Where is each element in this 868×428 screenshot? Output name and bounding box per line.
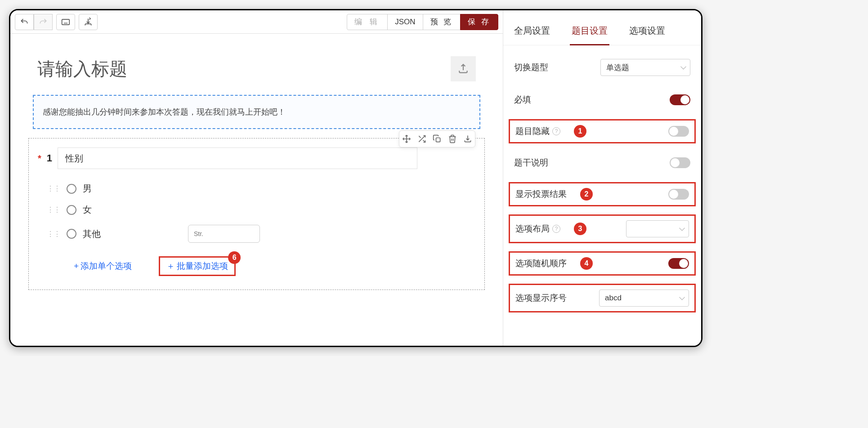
help-icon[interactable]: ? xyxy=(552,127,560,135)
vote-switch[interactable] xyxy=(668,189,689,200)
option-row: ⋮⋮ 其他 xyxy=(38,220,475,247)
survey-title[interactable]: 请输入标题 xyxy=(37,57,127,81)
svg-rect-6 xyxy=(436,138,440,142)
shuffle-button[interactable] xyxy=(416,134,427,144)
radio-icon[interactable] xyxy=(67,229,76,239)
export-button[interactable] xyxy=(462,134,473,144)
tab-option[interactable]: 选项设置 xyxy=(627,19,667,45)
redo-icon xyxy=(39,18,48,27)
tab-global[interactable]: 全局设置 xyxy=(512,19,552,45)
layout-select[interactable] xyxy=(626,220,689,237)
app-window: 编 辑 JSON 预 览 保 存 请输入标题 感谢您能抽出几分钟时间来参加本次答… xyxy=(9,9,702,347)
question-block[interactable]: * 1 ⋮⋮ 男 ⋮⋮ 女 xyxy=(28,138,485,290)
mode-preview-button[interactable]: 预 览 xyxy=(423,14,461,30)
copy-icon xyxy=(433,134,442,143)
keyboard-button[interactable] xyxy=(56,14,75,30)
option-label[interactable]: 男 xyxy=(83,183,92,195)
redo-button[interactable] xyxy=(34,14,53,30)
add-batch-label: 批量添加选项 xyxy=(177,260,228,272)
settings-body: 切换题型 单选题 必填 题目隐藏 ? 1 xyxy=(503,45,701,321)
select-value: abcd xyxy=(605,294,622,303)
move-button[interactable] xyxy=(401,134,412,144)
option-label[interactable]: 女 xyxy=(83,204,92,216)
add-single-label: 添加单个选项 xyxy=(81,260,132,272)
setting-random: 选项随机顺序 4 xyxy=(509,251,696,276)
side-panel: 全局设置 题目设置 选项设置 切换题型 单选题 必填 xyxy=(503,10,701,346)
drag-handle-icon[interactable]: ⋮⋮ xyxy=(47,205,60,214)
setting-label: 切换题型 xyxy=(514,62,548,73)
radio-icon[interactable] xyxy=(67,184,76,194)
annotation-badge: 2 xyxy=(580,188,593,201)
batch-add-highlight: ＋ 批量添加选项 6 xyxy=(159,256,236,276)
import-button[interactable] xyxy=(79,14,98,30)
main-area: 编 辑 JSON 预 览 保 存 请输入标题 感谢您能抽出几分钟时间来参加本次答… xyxy=(10,10,503,346)
svg-rect-0 xyxy=(62,19,70,25)
option-label[interactable]: 其他 xyxy=(83,228,101,240)
add-single-option-button[interactable]: + 添加单个选项 xyxy=(74,260,132,272)
toolbar-left xyxy=(15,14,98,30)
setting-numbering: 选项显示序号 5 abcd xyxy=(509,284,696,312)
question-number: 1 xyxy=(47,152,52,164)
help-icon[interactable]: ? xyxy=(552,225,560,233)
toolbar: 编 辑 JSON 预 览 保 存 xyxy=(10,10,503,34)
settings-tabs: 全局设置 题目设置 选项设置 xyxy=(503,10,701,45)
question-header: * 1 xyxy=(38,147,475,169)
required-switch[interactable] xyxy=(670,94,690,105)
annotation-badge: 6 xyxy=(228,251,241,264)
canvas: 请输入标题 感谢您能抽出几分钟时间来参加本次答题，现在我们就马上开始吧！ xyxy=(10,34,503,346)
shuffle-icon xyxy=(417,134,426,143)
mode-json-button[interactable]: JSON xyxy=(387,14,423,30)
delete-button[interactable] xyxy=(447,134,458,144)
label-text: 题目隐藏 xyxy=(515,125,550,137)
toolbar-right: 编 辑 JSON 预 览 保 存 xyxy=(347,14,498,30)
undo-button[interactable] xyxy=(15,14,34,30)
label-text: 选项布局 xyxy=(515,223,550,235)
setting-label: 显示投票结果 xyxy=(515,188,567,200)
plus-icon: + xyxy=(74,261,79,271)
keyboard-icon xyxy=(61,18,70,26)
radio-icon[interactable] xyxy=(67,205,76,215)
setting-label: 选项布局 ? xyxy=(515,223,560,235)
random-switch[interactable] xyxy=(668,258,689,269)
import-icon xyxy=(84,18,93,27)
annotation-badge: 3 xyxy=(574,223,586,235)
select-value: 单选题 xyxy=(606,62,629,73)
drag-handle-icon[interactable]: ⋮⋮ xyxy=(47,230,60,238)
question-actions xyxy=(399,130,475,147)
drag-handle-icon[interactable]: ⋮⋮ xyxy=(47,184,60,193)
upload-icon xyxy=(457,63,469,75)
setting-hide: 题目隐藏 ? 1 xyxy=(509,119,696,143)
title-row: 请输入标题 xyxy=(24,47,489,95)
survey-card: 请输入标题 感谢您能抽出几分钟时间来参加本次答题，现在我们就马上开始吧！ xyxy=(24,47,489,290)
copy-button[interactable] xyxy=(432,134,443,144)
upload-image-button[interactable] xyxy=(451,56,476,81)
add-actions: + 添加单个选项 ＋ 批量添加选项 6 xyxy=(38,247,475,281)
survey-intro[interactable]: 感谢您能抽出几分钟时间来参加本次答题，现在我们就马上开始吧！ xyxy=(33,95,480,129)
mode-save-button[interactable]: 保 存 xyxy=(460,14,498,30)
setting-label: 必填 xyxy=(514,94,531,106)
mode-edit-button[interactable]: 编 辑 xyxy=(347,14,388,30)
setting-label: 选项随机顺序 xyxy=(515,258,567,269)
tab-question[interactable]: 题目设置 xyxy=(570,19,609,45)
setting-description: 题干说明 xyxy=(509,152,696,174)
annotation-badge: 1 xyxy=(574,125,586,138)
required-star: * xyxy=(38,153,41,164)
question-type-select[interactable]: 单选题 xyxy=(600,59,690,76)
option-row: ⋮⋮ 女 xyxy=(38,199,475,220)
setting-vote: 显示投票结果 2 xyxy=(509,182,696,206)
plus-icon: ＋ xyxy=(166,260,175,272)
description-switch[interactable] xyxy=(670,157,690,168)
setting-switch-type: 切换题型 单选题 xyxy=(509,54,696,80)
numbering-select[interactable]: abcd xyxy=(599,290,689,307)
setting-label: 题干说明 xyxy=(514,157,548,169)
hide-switch[interactable] xyxy=(668,126,689,137)
other-text-input[interactable] xyxy=(188,225,260,243)
setting-label: 选项显示序号 xyxy=(515,292,567,304)
add-batch-option-button[interactable]: ＋ 批量添加选项 xyxy=(166,260,228,272)
setting-layout: 选项布局 ? 3 xyxy=(509,214,696,243)
undo-icon xyxy=(20,18,29,27)
move-icon xyxy=(402,134,411,143)
annotation-badge: 4 xyxy=(580,257,593,270)
setting-label: 题目隐藏 ? xyxy=(515,125,560,137)
question-title-input[interactable] xyxy=(58,147,417,169)
